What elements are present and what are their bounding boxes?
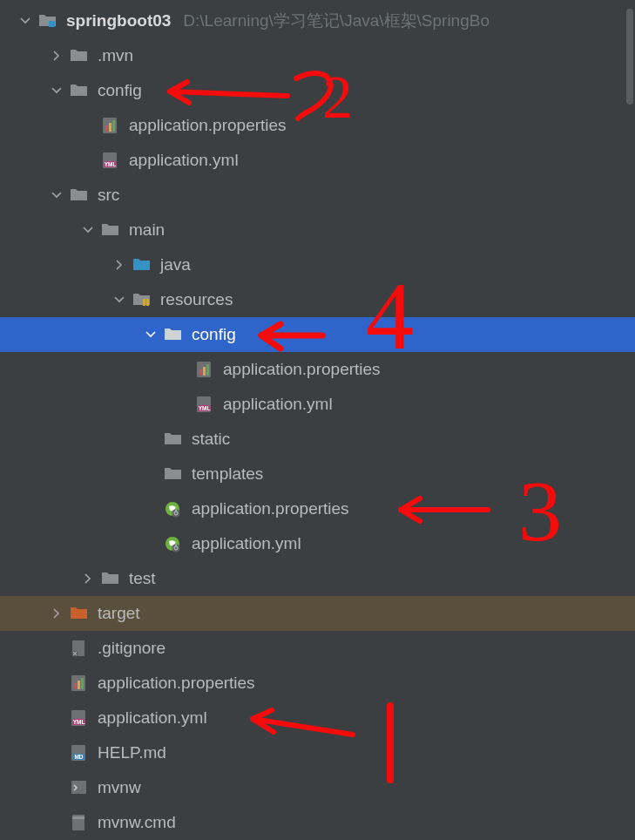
shell-file-icon <box>70 778 89 797</box>
node-label: application.properties <box>192 499 349 518</box>
chevron-right-icon[interactable] <box>111 257 127 273</box>
yml-file-icon <box>195 395 214 414</box>
folder-icon <box>164 430 183 449</box>
chevron-right-icon[interactable] <box>49 48 64 64</box>
tree-row-test[interactable]: test <box>0 561 635 596</box>
module-folder-icon <box>38 11 57 30</box>
chevron-down-icon[interactable] <box>49 187 64 203</box>
project-tree[interactable]: springboot03 D:\Learning\学习笔记\Java\框架\Sp… <box>0 0 635 840</box>
chevron-down-icon[interactable] <box>17 13 33 29</box>
folder-icon <box>70 186 89 205</box>
node-label: application.properties <box>129 116 287 135</box>
node-label: .gitignore <box>98 639 166 658</box>
markdown-file-icon <box>70 743 89 762</box>
project-name: springboot03 <box>66 11 171 30</box>
source-folder-icon <box>132 255 152 274</box>
properties-file-icon <box>195 360 214 379</box>
tree-row-res-props[interactable]: application.properties <box>0 491 635 526</box>
tree-row-templates[interactable]: templates <box>0 457 635 491</box>
tree-row-gitignore[interactable]: .gitignore <box>0 631 635 666</box>
tree-row-root[interactable]: springboot03 D:\Learning\学习笔记\Java\框架\Sp… <box>0 3 635 38</box>
tree-row-res-config-yml[interactable]: application.yml <box>0 387 635 422</box>
node-label: main <box>129 220 165 240</box>
tree-row-config-props[interactable]: application.properties <box>0 108 635 143</box>
node-label: application.properties <box>223 360 381 379</box>
file-icon <box>70 813 89 832</box>
node-label: src <box>98 186 119 205</box>
yml-file-icon <box>101 151 120 170</box>
chevron-down-icon[interactable] <box>111 292 127 308</box>
node-label: application.yml <box>223 395 333 414</box>
tree-row-root-props[interactable]: application.properties <box>0 666 635 701</box>
node-label: mvnw.cmd <box>98 813 176 832</box>
node-label: templates <box>192 464 263 484</box>
tree-row-static[interactable]: static <box>0 422 635 457</box>
chevron-down-icon[interactable] <box>49 83 64 98</box>
tree-row-target[interactable]: target <box>0 596 635 631</box>
scrollbar-thumb[interactable] <box>626 9 633 105</box>
tree-row-main[interactable]: main <box>0 213 635 247</box>
tree-row-help[interactable]: HELP.md <box>0 735 635 770</box>
folder-icon <box>70 46 89 65</box>
spring-config-icon <box>164 499 183 518</box>
tree-row-res-config-props[interactable]: application.properties <box>0 352 635 387</box>
folder-icon <box>164 464 183 484</box>
node-label: java <box>160 255 191 274</box>
node-label: application.yml <box>129 151 239 170</box>
node-label: target <box>98 604 140 623</box>
folder-icon <box>70 81 89 100</box>
resources-folder-icon <box>132 290 152 309</box>
chevron-down-icon[interactable] <box>80 222 96 238</box>
tree-row-mvnw-cmd[interactable]: mvnw.cmd <box>0 805 635 840</box>
properties-file-icon <box>101 116 120 135</box>
file-icon <box>70 639 89 658</box>
node-label: resources <box>160 290 233 309</box>
yml-file-icon <box>70 708 89 728</box>
tree-row-mvnw[interactable]: mvnw <box>0 770 635 805</box>
node-label: application.yml <box>98 708 207 728</box>
folder-icon <box>164 325 183 344</box>
tree-row-res-config[interactable]: config <box>0 317 635 352</box>
tree-row-root-yml[interactable]: application.yml <box>0 701 635 735</box>
project-path: D:\Learning\学习笔记\Java\框架\SpringBo <box>183 10 490 32</box>
node-label: test <box>129 569 156 588</box>
tree-row-config-yml[interactable]: application.yml <box>0 143 635 178</box>
tree-row-res-yml[interactable]: application.yml <box>0 526 635 561</box>
tree-row-resources[interactable]: resources <box>0 282 635 317</box>
node-label: application.yml <box>192 534 301 553</box>
folder-icon <box>101 569 120 588</box>
node-label: mvnw <box>98 778 141 797</box>
node-label: .mvn <box>98 46 133 65</box>
chevron-right-icon[interactable] <box>80 571 96 586</box>
tree-row-config[interactable]: config <box>0 73 635 108</box>
spring-config-icon <box>164 534 183 553</box>
tree-row-java[interactable]: java <box>0 247 635 282</box>
folder-icon <box>101 220 120 240</box>
chevron-right-icon[interactable] <box>49 606 64 621</box>
node-label: application.properties <box>98 674 255 693</box>
node-label: static <box>192 430 230 449</box>
chevron-down-icon[interactable] <box>143 327 159 342</box>
node-label: config <box>98 81 142 100</box>
properties-file-icon <box>70 674 89 693</box>
tree-row-mvn[interactable]: .mvn <box>0 38 635 73</box>
node-label: config <box>192 325 236 344</box>
tree-row-src[interactable]: src <box>0 178 635 213</box>
target-folder-icon <box>70 604 89 623</box>
node-label: HELP.md <box>98 743 166 762</box>
